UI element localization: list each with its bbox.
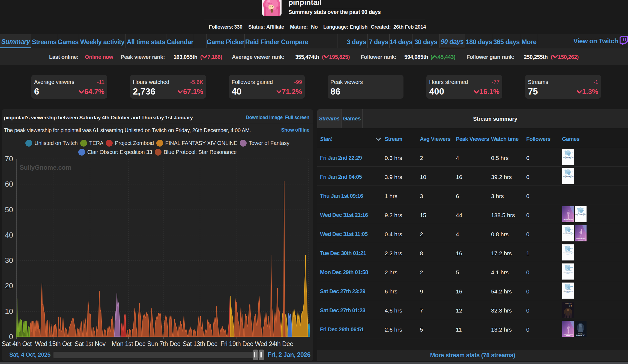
svg-text:FINAL FANTASY XIV: FINAL FANTASY XIV: [563, 233, 573, 235]
svg-text:33: 33: [569, 304, 572, 307]
svg-text:FINAL FANTASY XIV: FINAL FANTASY XIV: [563, 176, 573, 177]
svg-text:EXPEDITION: EXPEDITION: [565, 303, 571, 304]
svg-text:FINAL FANTASY XIV: FINAL FANTASY XIV: [563, 290, 573, 292]
svg-text:FINAL FANTASY XIV: FINAL FANTASY XIV: [563, 252, 573, 254]
svg-text:STAR RESONANCE: STAR RESONANCE: [576, 238, 585, 239]
svg-text:FINAL FANTASY XIV: FINAL FANTASY XIV: [563, 271, 573, 273]
svg-text:ZOMBOID: ZOMBOID: [576, 334, 585, 336]
svg-text:STAR RESONANCE: STAR RESONANCE: [564, 334, 573, 335]
svg-text:FINAL FANTASY XIV: FINAL FANTASY XIV: [563, 157, 573, 158]
svg-text:STAR RESONANCE: STAR RESONANCE: [564, 219, 573, 220]
svg-text:FINAL FANTASY XIV: FINAL FANTASY XIV: [575, 214, 586, 216]
